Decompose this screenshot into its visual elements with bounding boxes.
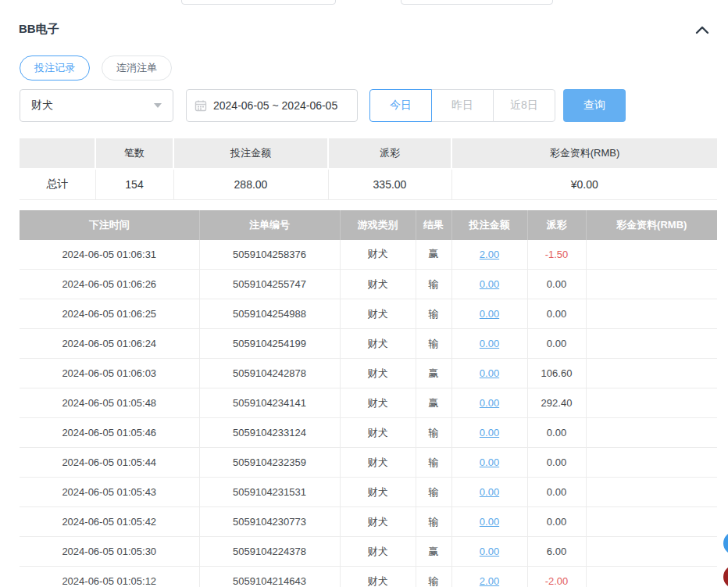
bet-amount-link[interactable]: 0.00: [480, 278, 499, 290]
quick-range-today-button[interactable]: 今日: [369, 89, 432, 122]
cell-game-type: 财犬: [340, 507, 416, 537]
bet-amount-link[interactable]: 0.00: [480, 546, 499, 557]
quick-range-yesterday-button[interactable]: 昨日: [431, 89, 494, 122]
cell-bonus: [586, 478, 717, 507]
cell-game-type: 财犬: [340, 299, 416, 329]
cell-payout: 6.00: [527, 537, 586, 567]
cell-bonus: [586, 507, 717, 537]
tab-bar: 投注记录 连消注单: [0, 37, 728, 81]
cell-payout: 0.00: [527, 329, 586, 359]
records-header-result: 结果: [416, 210, 451, 240]
top-partial-input-2[interactable]: [401, 0, 553, 5]
table-row: 2024-06-05 01:06:31 5059104258376 财犬 赢 2…: [20, 240, 717, 270]
cell-result: 输: [416, 507, 451, 537]
bet-amount-link[interactable]: 0.00: [480, 338, 499, 349]
bet-amount-link[interactable]: 2.00: [480, 249, 499, 260]
bet-amount-link[interactable]: 0.00: [480, 516, 499, 528]
cell-bonus: [586, 418, 717, 448]
cell-payout: 0.00: [527, 299, 586, 329]
top-partial-input-1[interactable]: [181, 0, 336, 5]
cell-bet-time: 2024-06-05 01:05:43: [20, 478, 199, 507]
cell-order-number: 5059104255747: [199, 270, 340, 299]
cell-order-number: 5059104224378: [199, 537, 340, 567]
table-row: 2024-06-05 01:06:26 5059104255747 财犬 输 0…: [20, 270, 717, 299]
cell-order-number: 5059104214643: [199, 567, 340, 587]
records-tbody: 2024-06-05 01:06:31 5059104258376 财犬 赢 2…: [20, 240, 717, 587]
cell-bonus: [586, 567, 717, 587]
cell-bet-time: 2024-06-05 01:06:26: [20, 270, 199, 299]
cell-result: 赢: [416, 240, 451, 270]
records-header-game-type: 游戏类别: [340, 210, 416, 240]
bet-amount-link[interactable]: 2.00: [480, 575, 499, 587]
summary-header-bet-amount: 投注金额: [173, 138, 328, 169]
bet-amount-link[interactable]: 0.00: [480, 486, 499, 498]
cell-bonus: [586, 240, 717, 270]
cell-result: 输: [416, 418, 451, 448]
records-table: 下注时间 注单编号 游戏类别 结果 投注金额 派彩 彩金资料(RMB) 2024…: [20, 210, 717, 587]
cell-game-type: 财犬: [340, 240, 416, 270]
cell-bet-amount: 2.00: [451, 240, 527, 270]
cell-result: 输: [416, 270, 451, 299]
cell-payout: 0.00: [527, 507, 586, 537]
cell-bet-amount: 0.00: [451, 270, 527, 299]
cell-result: 输: [416, 478, 451, 507]
cell-payout: 0.00: [527, 448, 586, 478]
cell-result: 输: [416, 329, 451, 359]
cell-payout: 0.00: [527, 270, 586, 299]
cell-bet-time: 2024-06-05 01:05:48: [20, 388, 199, 418]
filter-row: 财犬 2024-06-05 ~ 2024-06-05 今日 昨日 近8日 查询: [0, 81, 728, 122]
bet-amount-link[interactable]: 0.00: [480, 308, 499, 320]
floating-service-button-red[interactable]: [723, 565, 728, 587]
game-select[interactable]: 财犬: [20, 89, 173, 122]
cell-bet-amount: 0.00: [451, 299, 527, 329]
cell-payout: 0.00: [527, 418, 586, 448]
cell-order-number: 5059104233124: [199, 418, 340, 448]
quick-range-8days-button[interactable]: 近8日: [493, 89, 555, 122]
summary-total-count: 154: [95, 169, 173, 199]
cell-order-number: 5059104242878: [199, 359, 340, 388]
cell-order-number: 5059104258376: [199, 240, 340, 270]
game-select-value: 财犬: [31, 98, 53, 113]
bet-amount-link[interactable]: 0.00: [480, 367, 499, 379]
cell-bet-time: 2024-06-05 01:05:44: [20, 448, 199, 478]
cell-game-type: 财犬: [340, 329, 416, 359]
cell-game-type: 财犬: [340, 537, 416, 567]
cell-order-number: 5059104232359: [199, 448, 340, 478]
table-row: 2024-06-05 01:05:44 5059104232359 财犬 输 0…: [20, 448, 717, 478]
cell-bet-amount: 2.00: [451, 567, 527, 587]
floating-service-button-blue[interactable]: [723, 532, 728, 555]
cell-bet-time: 2024-06-05 01:06:03: [20, 359, 199, 388]
cell-payout: 292.40: [527, 388, 586, 418]
cell-payout: 106.60: [527, 359, 586, 388]
cell-order-number: 5059104234141: [199, 388, 340, 418]
cell-order-number: 5059104254199: [199, 329, 340, 359]
cell-result: 赢: [416, 388, 451, 418]
date-range-value: 2024-06-05 ~ 2024-06-05: [213, 99, 337, 112]
cell-bonus: [586, 299, 717, 329]
cell-bet-time: 2024-06-05 01:05:30: [20, 537, 199, 567]
collapse-chevron-up-icon[interactable]: [695, 25, 709, 34]
date-range-input[interactable]: 2024-06-05 ~ 2024-06-05: [186, 89, 358, 122]
table-row: 2024-06-05 01:05:46 5059104233124 财犬 输 0…: [20, 418, 717, 448]
cell-result: 输: [416, 448, 451, 478]
tab-cancelled-orders[interactable]: 连消注单: [102, 55, 172, 81]
cell-bonus: [586, 359, 717, 388]
summary-total-row: 总计 154 288.00 335.00 ¥0.00: [20, 169, 717, 199]
table-row: 2024-06-05 01:05:43 5059104231531 财犬 输 0…: [20, 478, 717, 507]
summary-total-bet-amount: 288.00: [173, 169, 328, 199]
cell-payout: -2.00: [527, 567, 586, 587]
bet-amount-link[interactable]: 0.00: [480, 456, 499, 468]
panel-header: BB电子: [0, 0, 728, 37]
summary-header-count: 笔数: [95, 138, 173, 169]
bet-amount-link[interactable]: 0.00: [480, 427, 499, 438]
cell-bet-amount: 0.00: [451, 418, 527, 448]
cell-result: 输: [416, 299, 451, 329]
cell-game-type: 财犬: [340, 478, 416, 507]
tab-bet-records[interactable]: 投注记录: [20, 55, 90, 81]
records-header-bet-amount: 投注金额: [451, 210, 527, 240]
summary-header-row: 笔数 投注金额 派彩 彩金资料(RMB): [20, 138, 717, 169]
search-button[interactable]: 查询: [563, 89, 626, 122]
page-title: BB电子: [19, 22, 59, 37]
bet-amount-link[interactable]: 0.00: [480, 397, 499, 409]
cell-game-type: 财犬: [340, 388, 416, 418]
